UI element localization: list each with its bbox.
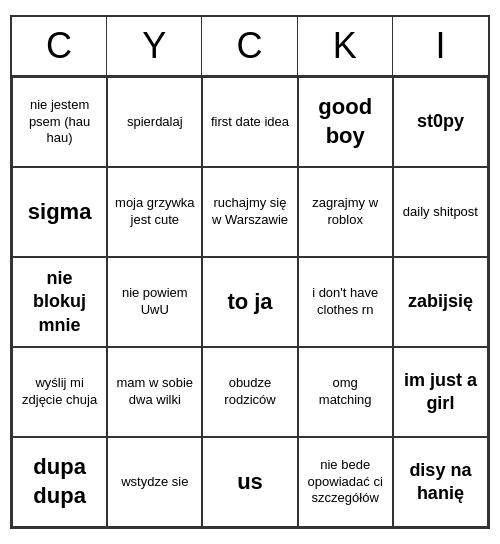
bingo-header: CYCKI bbox=[12, 17, 488, 77]
bingo-cell-2: first date idea bbox=[202, 77, 297, 167]
bingo-cell-22: us bbox=[202, 437, 297, 527]
bingo-cell-8: zagrajmy w roblox bbox=[298, 167, 393, 257]
bingo-cell-3: good boy bbox=[298, 77, 393, 167]
bingo-cell-23: nie bede opowiadać ci szczegółów bbox=[298, 437, 393, 527]
bingo-cell-13: i don't have clothes rn bbox=[298, 257, 393, 347]
bingo-cell-20: dupa dupa bbox=[12, 437, 107, 527]
bingo-cell-19: im just a girl bbox=[393, 347, 488, 437]
bingo-cell-24: disy na hanię bbox=[393, 437, 488, 527]
bingo-cell-1: spierdalaj bbox=[107, 77, 202, 167]
bingo-cell-18: omg matching bbox=[298, 347, 393, 437]
bingo-cell-21: wstydze sie bbox=[107, 437, 202, 527]
bingo-cell-11: nie powiem UwU bbox=[107, 257, 202, 347]
header-letter-0: C bbox=[12, 17, 107, 75]
bingo-cell-14: zabijsię bbox=[393, 257, 488, 347]
bingo-cell-17: obudze rodziców bbox=[202, 347, 297, 437]
bingo-card: CYCKI nie jestem psem (hau hau)spierdala… bbox=[10, 15, 490, 529]
bingo-cell-9: daily shitpost bbox=[393, 167, 488, 257]
bingo-cell-10: nie blokuj mnie bbox=[12, 257, 107, 347]
bingo-cell-16: mam w sobie dwa wilki bbox=[107, 347, 202, 437]
header-letter-4: I bbox=[393, 17, 488, 75]
bingo-cell-12: to ja bbox=[202, 257, 297, 347]
header-letter-2: C bbox=[202, 17, 297, 75]
bingo-cell-15: wyślij mi zdjęcie chuja bbox=[12, 347, 107, 437]
header-letter-3: K bbox=[298, 17, 393, 75]
bingo-grid: nie jestem psem (hau hau)spierdalajfirst… bbox=[12, 77, 488, 527]
bingo-cell-0: nie jestem psem (hau hau) bbox=[12, 77, 107, 167]
bingo-cell-7: ruchajmy się w Warszawie bbox=[202, 167, 297, 257]
header-letter-1: Y bbox=[107, 17, 202, 75]
bingo-cell-4: st0py bbox=[393, 77, 488, 167]
bingo-cell-5: sigma bbox=[12, 167, 107, 257]
bingo-cell-6: moja grzywka jest cute bbox=[107, 167, 202, 257]
